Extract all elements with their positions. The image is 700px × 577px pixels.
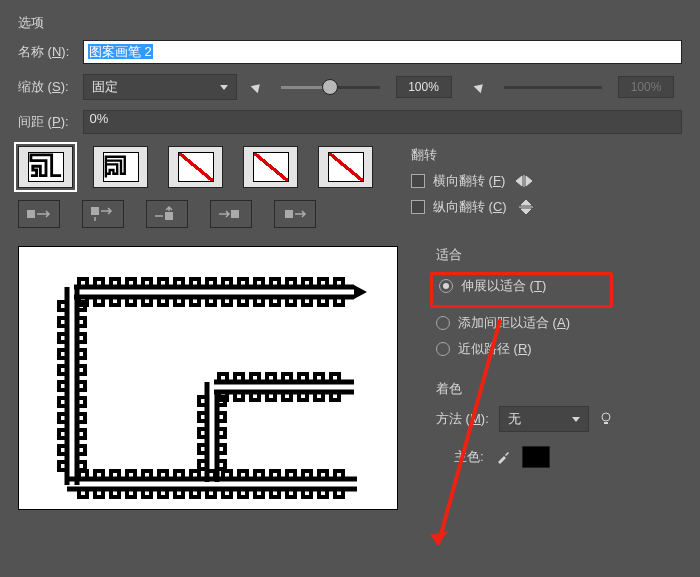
svg-rect-0 [27,210,35,218]
tile-swatch-inner-corner[interactable] [318,146,373,188]
flip-vertical-checkbox[interactable] [411,200,425,214]
greek-key-icon [104,153,138,181]
keycolor-label: 主色: [454,448,484,466]
fit-addspace-radio[interactable]: 添加间距以适合 (A) [436,314,613,332]
lightbulb-icon[interactable] [599,412,613,426]
svg-rect-1 [91,207,99,215]
brush-type-end[interactable] [274,200,316,228]
chevron-down-icon [572,417,580,422]
method-dropdown[interactable]: 无 [499,406,589,432]
tile-swatch-start[interactable] [168,146,223,188]
scale-value[interactable]: 100% [396,76,452,98]
name-input[interactable]: 图案画笔 2 [83,40,682,64]
scale-slider[interactable] [281,86,380,89]
chevron-down-icon [220,85,228,90]
tile-swatch-end[interactable] [243,146,298,188]
preview-area [18,246,398,510]
brush-type-inner-corner[interactable] [146,200,188,228]
fit-stretch-highlight: 伸展以适合 (T) [430,272,613,308]
flip-horizontal-label: 横向翻转 (F) [433,172,505,190]
scale-mode-value: 固定 [92,78,118,96]
fit-approx-radio[interactable]: 近似路径 (R) [436,340,613,358]
brush-type-start[interactable] [210,200,252,228]
flip-horizontal-checkbox[interactable] [411,174,425,188]
svg-marker-8 [430,531,448,545]
flip-title: 翻转 [411,146,535,164]
greek-key-icon [29,153,63,181]
name-label: 名称 (N): [18,43,83,61]
eyedropper-icon[interactable] [496,450,510,464]
flip-h-icon [515,174,533,188]
tile-swatch-corner[interactable] [93,146,148,188]
svg-rect-2 [165,212,173,220]
scale-label: 缩放 (S): [18,78,83,96]
tile-swatch-side[interactable] [18,146,73,188]
svg-rect-3 [231,210,239,218]
keycolor-swatch[interactable] [522,446,550,468]
svg-point-6 [602,413,610,421]
brush-type-outer-corner[interactable] [82,200,124,228]
scale-slider-2 [504,86,603,89]
scale-mode-dropdown[interactable]: 固定 [83,74,237,100]
colorize-title: 着色 [436,380,613,398]
method-value: 无 [508,410,521,428]
method-label: 方法 (M): [436,410,489,428]
svg-rect-4 [285,210,293,218]
cursor-icon [251,80,265,94]
flip-v-icon [517,200,535,214]
brush-type-side[interactable] [18,200,60,228]
svg-marker-5 [354,285,367,299]
spacing-input[interactable]: 0% [83,110,683,134]
flip-vertical-label: 纵向翻转 (C) [433,198,507,216]
scale-value-2: 100% [618,76,674,98]
options-title: 选项 [18,14,682,32]
cursor-icon [474,80,488,94]
spacing-label: 间距 (P): [18,113,83,131]
fit-stretch-radio[interactable]: 伸展以适合 (T) [439,277,604,295]
fit-title: 适合 [436,246,613,264]
